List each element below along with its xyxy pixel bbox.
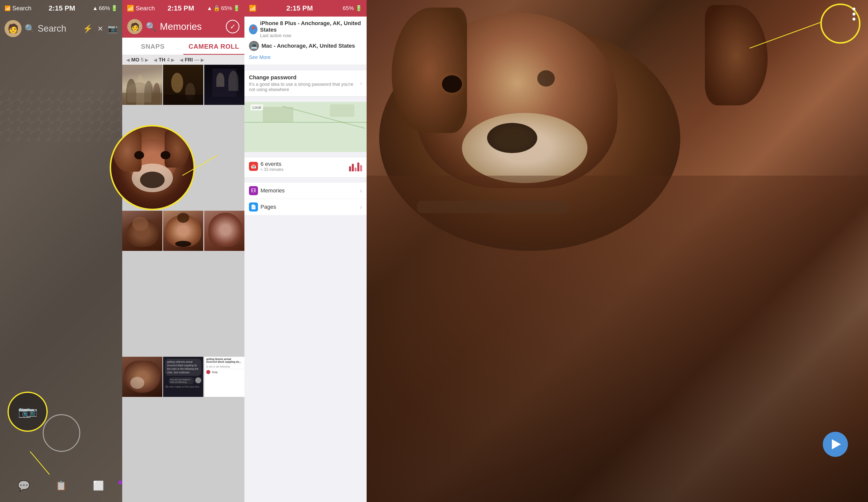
chat-icon: 💬 (18, 480, 30, 492)
annotation-circle-gray (43, 414, 80, 452)
play-triangle-icon (832, 439, 841, 449)
chevron-pages: › (360, 203, 362, 211)
dog-shapes (366, 0, 868, 502)
photo-cell-film-1[interactable] (122, 65, 162, 105)
signal-icon-third: 📶 (249, 5, 257, 12)
time-left: 2:15 PM (49, 4, 75, 12)
settings-text-1: getting blocks actual incorrect block su… (204, 357, 245, 365)
memories-title: Memories (160, 21, 202, 32)
pages-row[interactable]: 📄 Pages › (245, 199, 366, 215)
photo-cell-dog-1[interactable] (122, 211, 162, 251)
avatar-left[interactable]: 🧑 (4, 20, 22, 37)
see-more-link[interactable]: See More (249, 53, 362, 61)
checkmark-button[interactable]: ✓ (226, 20, 239, 33)
photo-cell-film-3[interactable] (204, 65, 245, 105)
dot-2 (852, 12, 856, 15)
battery-icon-left: 🔋 (111, 5, 118, 12)
annotation-circle-memories: 📷 📷 (8, 391, 48, 432)
location-header: 📍 iPhone 8 Plus - Anchorage, AK, United … (245, 17, 366, 65)
next-icon-mo[interactable]: ▶ (145, 57, 148, 63)
search-bar-left[interactable]: 🔍 Search (24, 23, 80, 34)
carrier-third: 📶 (249, 5, 257, 12)
chat-text-1: getting redirects actual incorrect black… (167, 360, 198, 374)
camera-view (0, 41, 122, 417)
photo-cell-chat[interactable]: getting redirects actual incorrect black… (163, 357, 203, 397)
dot-1 (852, 8, 856, 11)
device-1-sub: Last active now (260, 33, 362, 38)
memories-icon-2: 📷 (26, 406, 38, 417)
photo-grid: getting redirects actual incorrect black… (122, 65, 245, 502)
avatar-middle[interactable]: 🧑 (127, 19, 142, 34)
num-label-th: 4 (167, 57, 169, 63)
battery-left: ▲ 66% 🔋 (92, 5, 118, 12)
carrier-left: 📶 Search (4, 5, 31, 12)
mac-icon-box: 💻 (249, 41, 259, 51)
battery-middle: ▲ 🔒 65% 🔋 (207, 5, 240, 12)
num-label-mo: 5 (141, 57, 144, 63)
next-icon-th[interactable]: ▶ (171, 57, 175, 63)
memories-header: 🧑 🔍 Memories ✓ (122, 17, 245, 38)
events-sub: ≈ 33 minutes (260, 167, 283, 172)
time-middle: 2:15 PM (168, 4, 194, 12)
third-panel: 📶 2:15 PM 65% 🔋 📍 iPhone 8 Plus - Anchor… (245, 0, 366, 502)
location-icon-left: ▲ (92, 5, 98, 12)
nav-stories[interactable]: ⬜ (90, 477, 107, 494)
video-content (366, 0, 868, 502)
next-icon-fri[interactable]: ▶ (201, 57, 204, 63)
change-password-sub: It's a good idea to use a strong passwor… (249, 82, 360, 92)
photo-cell-dog-3[interactable] (204, 211, 245, 251)
change-password-section: Change password It's a good idea to use … (245, 70, 366, 97)
prev-icon-th[interactable]: ◀ (154, 57, 157, 63)
top-bar-actions: ⚡ ✕ 📷 (83, 24, 118, 33)
photo-cell-dog-2[interactable] (163, 211, 203, 251)
photo-cell-dog-big[interactable] (122, 357, 162, 397)
flash-icon[interactable]: ⚡ (83, 24, 93, 33)
middle-panel: 📶 Search 2:15 PM ▲ 🔒 65% 🔋 🧑 🔍 Memories … (122, 0, 245, 502)
settings-text-2: to set or set following (204, 365, 245, 369)
chat-timestamp: Be very ready to find your text... (165, 385, 201, 388)
battery-pct-left: 66% (99, 5, 110, 12)
device-2-label: Mac - Anchorage, AK, United States (261, 43, 355, 49)
loc-icon-middle: ▲ (207, 5, 212, 12)
pages-icon: 📄 (249, 202, 258, 211)
date-nav-th: ◀ TH 4 ▶ (154, 57, 175, 63)
close-icon-left[interactable]: ✕ (97, 24, 103, 33)
nav-chat[interactable]: 💬 (15, 477, 33, 494)
memories-row[interactable]: 🎞 Memories › (245, 182, 366, 199)
photo-cell-film-2[interactable] (163, 65, 203, 105)
left-panel: 📶 Search 2:15 PM ▲ 66% 🔋 🧑 🔍 Search ⚡ ✕ (0, 0, 122, 502)
tab-snaps[interactable]: SNAPS (122, 38, 184, 55)
memories-tabs: SNAPS CAMERA ROLL (122, 38, 245, 55)
stories-icon: ⬜ (93, 480, 104, 491)
search-icon-memories[interactable]: 🔍 (146, 22, 156, 32)
month-label: MO (131, 57, 139, 63)
location-icon-box: 📍 (249, 24, 257, 34)
memories-header-left: 🧑 🔍 Memories (127, 19, 202, 34)
bottom-nav-left: 💬 📋 ⬜ (0, 477, 122, 494)
nav-memories[interactable]: 📋 (52, 477, 70, 494)
pages-row-label: Pages (260, 204, 276, 210)
events-label: 6 events (260, 161, 283, 167)
right-panel (366, 0, 868, 502)
settings-content: 📍 iPhone 8 Plus - Anchorage, AK, United … (245, 17, 366, 502)
play-button[interactable] (823, 432, 848, 457)
camera-switch-icon[interactable]: 📷 (108, 24, 118, 33)
signal-icon-left: 📶 (4, 5, 11, 11)
tab-camera-roll[interactable]: CAMERA ROLL (184, 38, 245, 55)
prev-icon-mo[interactable]: ◀ (126, 57, 130, 63)
stories-badge (118, 480, 122, 484)
change-password-label: Change password (249, 74, 360, 81)
carrier-middle: 📶 Search (127, 5, 155, 12)
num-label-fri: — (194, 57, 199, 63)
chevron-memories: › (360, 187, 362, 195)
battery-icon-middle: 🔋 (233, 5, 240, 12)
battery-third: 65% 🔋 (343, 5, 362, 12)
top-bar-left: 🧑 🔍 Search ⚡ ✕ 📷 (0, 17, 122, 41)
three-dot-menu[interactable] (852, 8, 856, 21)
annotation-line-1 (30, 451, 50, 475)
time-third: 2:15 PM (286, 4, 313, 12)
change-password-row[interactable]: Change password It's a good idea to use … (245, 70, 366, 97)
chevron-password: › (360, 80, 362, 87)
photo-cell-settings[interactable]: getting blocks actual incorrect block su… (204, 357, 245, 397)
prev-icon-fri[interactable]: ◀ (180, 57, 183, 63)
